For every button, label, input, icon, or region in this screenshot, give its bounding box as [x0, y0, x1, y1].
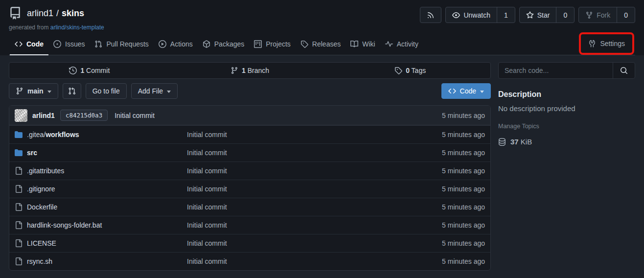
- tools-icon: [588, 40, 596, 47]
- folder-icon: [15, 149, 23, 157]
- tag-icon: [300, 40, 308, 48]
- table-row: Dockerfile Initial commit 5 minutes ago: [9, 198, 490, 216]
- tab-label: Wiki: [362, 40, 375, 48]
- tab-code[interactable]: Code: [10, 33, 48, 55]
- file-commit-message-link[interactable]: Initial commit: [187, 203, 412, 211]
- folder-icon: [15, 131, 23, 139]
- tab-projects[interactable]: Projects: [249, 33, 296, 55]
- unwatch-button[interactable]: Unwatch: [446, 7, 496, 23]
- file-name-link[interactable]: .gitea/workflows: [15, 131, 187, 139]
- generated-from-prefix: generated from: [9, 24, 48, 31]
- stat-commit[interactable]: 1 Commit: [9, 67, 170, 74]
- commit-author-link[interactable]: arlind1: [32, 112, 55, 119]
- tab-releases[interactable]: Releases: [296, 33, 345, 55]
- file-commit-message-link[interactable]: Initial commit: [187, 149, 412, 157]
- tag-icon: [394, 67, 402, 74]
- file-name-link[interactable]: .gitignore: [15, 185, 187, 193]
- chevron-down-icon: [47, 91, 51, 93]
- latest-commit-row: arlind1 c84215d0a3 Initial commit 5 minu…: [9, 106, 490, 125]
- file-commit-message-link[interactable]: Initial commit: [187, 239, 412, 247]
- file-icon: [15, 185, 23, 193]
- fork-label: Fork: [597, 11, 610, 19]
- pulse-icon: [385, 40, 393, 48]
- search-button[interactable]: [613, 63, 635, 78]
- code-icon: [15, 40, 23, 48]
- compare-button[interactable]: [63, 83, 81, 99]
- issue-icon: [53, 40, 61, 48]
- table-row: .gitea/workflows Initial commit 5 minute…: [9, 125, 490, 143]
- file-name-link[interactable]: rsync.sh: [15, 257, 187, 265]
- tab-activity[interactable]: Activity: [380, 33, 423, 55]
- description-text: No description provided: [498, 104, 635, 113]
- add-file-button[interactable]: Add File: [131, 83, 178, 99]
- file-name-link[interactable]: hardlink-songs-folder.bat: [15, 221, 187, 229]
- pr-icon: [94, 40, 102, 48]
- star-button[interactable]: Star: [520, 7, 556, 23]
- file-commit-time: 5 minutes ago: [412, 185, 485, 193]
- repo-header: arlind1/skins generated from arlind/skin…: [0, 0, 644, 55]
- tab-packages[interactable]: Packages: [198, 33, 249, 55]
- repo-size-value: 37: [510, 138, 519, 146]
- code-download-button[interactable]: Code: [441, 83, 491, 99]
- rss-button-group: [420, 7, 441, 23]
- file-name-link[interactable]: Dockerfile: [15, 203, 187, 211]
- fork-count[interactable]: 0: [617, 7, 635, 23]
- commit-sha-link[interactable]: c84215d0a3: [60, 110, 108, 121]
- file-commit-time: 5 minutes ago: [412, 149, 485, 157]
- repo-owner-link[interactable]: arlind1: [27, 8, 53, 18]
- file-commit-message-link[interactable]: Initial commit: [187, 185, 412, 193]
- settings-highlight-annotation: Settings: [579, 32, 634, 55]
- repo-sidebar: Description No description provided Mana…: [498, 62, 635, 271]
- watch-count[interactable]: 1: [497, 7, 515, 23]
- file-commit-time: 5 minutes ago: [412, 257, 485, 265]
- repo-name-link[interactable]: skins: [62, 8, 84, 18]
- file-name-link[interactable]: src: [15, 149, 187, 157]
- file-name-link[interactable]: LICENSE: [15, 239, 187, 247]
- repo-nav-tabs: Code Issues Pull Requests Actions Packag…: [9, 33, 635, 55]
- tab-label: Issues: [65, 40, 85, 48]
- chevron-down-icon: [167, 91, 171, 93]
- table-row: src Initial commit 5 minutes ago: [9, 143, 490, 162]
- template-repo-link[interactable]: arlind/skins-template: [50, 24, 104, 31]
- search-icon: [620, 67, 628, 74]
- star-icon: [526, 11, 534, 19]
- file-icon: [15, 257, 23, 265]
- star-label: Star: [537, 11, 550, 19]
- repo-toolbar: main Go to file Add File Code: [9, 83, 491, 99]
- commit-message-link[interactable]: Initial commit: [115, 112, 155, 119]
- stat-branch[interactable]: 1 Branch: [170, 67, 330, 74]
- search-input[interactable]: [499, 63, 613, 78]
- repo-icon: [9, 7, 22, 20]
- rss-button[interactable]: [420, 7, 441, 23]
- file-name-link[interactable]: .gitattributes: [15, 167, 187, 175]
- tab-wiki[interactable]: Wiki: [345, 33, 380, 55]
- add-file-label: Add File: [138, 87, 163, 95]
- goto-file-button[interactable]: Go to file: [86, 83, 127, 99]
- tab-label: Code: [26, 40, 44, 48]
- git-compare-icon: [68, 87, 76, 95]
- tab-label: Packages: [214, 40, 244, 48]
- file-commit-message-link[interactable]: Initial commit: [187, 167, 412, 175]
- description-heading: Description: [498, 90, 635, 99]
- code-search-box: [498, 62, 635, 79]
- tab-actions[interactable]: Actions: [154, 33, 198, 55]
- repo-size-unit: KiB: [521, 138, 532, 146]
- repo-title: arlind1/skins: [27, 8, 84, 19]
- tab-pull-requests[interactable]: Pull Requests: [90, 33, 153, 55]
- file-commit-message-link[interactable]: Initial commit: [187, 257, 412, 265]
- tab-issues[interactable]: Issues: [48, 33, 90, 55]
- file-commit-message-link[interactable]: Initial commit: [187, 221, 412, 229]
- manage-topics-link[interactable]: Manage Topics: [498, 123, 539, 130]
- fork-button-group: Fork 0: [578, 7, 635, 23]
- fork-button[interactable]: Fork: [579, 7, 617, 23]
- branch-selector-button[interactable]: main: [9, 83, 58, 99]
- star-count[interactable]: 0: [556, 7, 574, 23]
- repo-action-buttons: Unwatch 1 Star 0 Fork 0: [420, 7, 635, 23]
- file-icon: [15, 167, 23, 175]
- avatar[interactable]: [15, 109, 27, 122]
- database-icon: [498, 138, 506, 146]
- tab-settings[interactable]: Settings: [581, 34, 632, 53]
- star-button-group: Star 0: [519, 7, 575, 23]
- file-commit-message-link[interactable]: Initial commit: [187, 131, 412, 139]
- stat-tags[interactable]: 0 Tags: [330, 67, 490, 74]
